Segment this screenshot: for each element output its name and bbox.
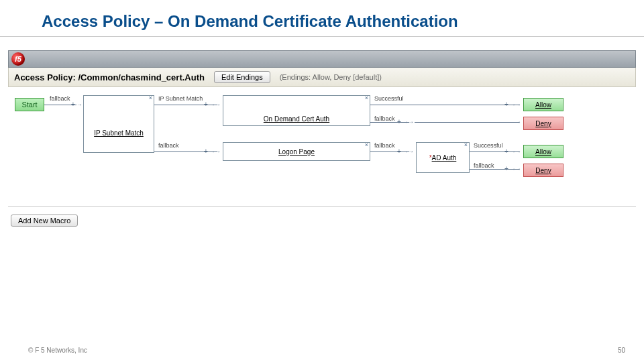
add-icon[interactable]: + [204, 148, 208, 155]
add-icon[interactable]: + [204, 101, 208, 108]
allow-node[interactable]: Allow [523, 145, 564, 158]
branch-label: fallback [374, 115, 395, 122]
close-icon[interactable]: × [149, 95, 152, 101]
cert-auth-node[interactable]: × On Demand Cert Auth [223, 95, 370, 126]
policy-title: Access Policy: /Common/chasmind_cert.Aut… [14, 72, 205, 82]
branch-label: fallback [50, 95, 70, 102]
add-icon[interactable]: + [504, 148, 508, 155]
add-icon[interactable]: + [71, 101, 75, 108]
slide-title: Access Policy – On Demand Certificate Au… [0, 0, 644, 36]
app-window: f5 Access Policy: /Common/chasmind_cert.… [8, 50, 636, 227]
edit-endings-button[interactable]: Edit Endings [214, 71, 270, 83]
add-icon[interactable]: + [397, 148, 401, 155]
deny-node[interactable]: Deny [523, 117, 564, 130]
page-number: 50 [618, 347, 625, 354]
ad-auth-node[interactable]: × *AD Auth [416, 142, 470, 173]
logon-page-node[interactable]: × Logon Page [223, 142, 370, 161]
copyright: © F 5 Networks, Inc [28, 347, 87, 354]
add-icon[interactable]: + [397, 119, 401, 125]
branch-label: fallback [374, 142, 395, 149]
start-node[interactable]: Start [15, 98, 44, 111]
branch-label: Successful [374, 95, 404, 102]
allow-node[interactable]: Allow [523, 98, 564, 111]
endings-hint: (Endings: Allow, Deny [default]) [280, 73, 382, 81]
close-icon[interactable]: × [365, 141, 368, 148]
add-icon[interactable]: + [504, 166, 508, 172]
policy-canvas: Start fallback + → × IP Subnet Match IP … [8, 87, 636, 201]
app-titlebar: f5 [8, 50, 636, 68]
add-macro-button[interactable]: Add New Macro [11, 215, 78, 227]
divider [0, 36, 644, 37]
close-icon[interactable]: × [365, 95, 368, 101]
close-icon[interactable]: × [464, 141, 468, 148]
ip-subnet-node[interactable]: × IP Subnet Match [83, 95, 154, 153]
f5-logo-icon: f5 [11, 52, 25, 66]
branch-label: IP Subnet Match [158, 95, 203, 102]
branch-label: fallback [158, 142, 179, 149]
branch-label: fallback [474, 162, 494, 169]
add-icon[interactable]: + [504, 101, 508, 108]
divider [8, 206, 636, 207]
branch-label: Successful [474, 142, 503, 149]
deny-node[interactable]: Deny [523, 164, 564, 177]
policy-header: Access Policy: /Common/chasmind_cert.Aut… [8, 68, 636, 87]
